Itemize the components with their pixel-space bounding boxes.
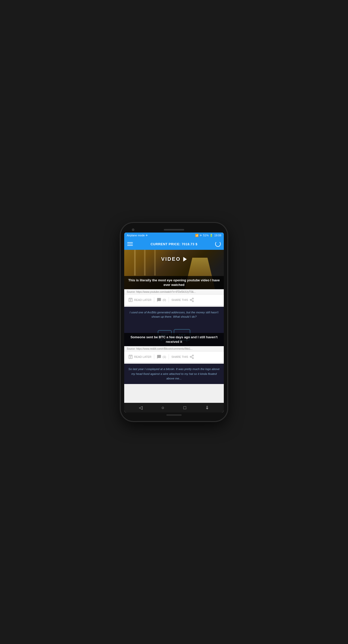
svg-line-5 [191,299,192,300]
card-1-comments-count: (0) [163,298,166,301]
comment-icon-1 [157,298,161,302]
menu-button[interactable] [127,242,133,246]
card-3-image[interactable]: So last year I cosplayed at a bitcoin. I… [124,364,224,384]
divider-2 [169,297,169,302]
wifi-icon: 📶 [195,234,199,237]
save-icon-2 [128,355,133,359]
clock: 19:08 [214,234,221,237]
card-2-comments-button[interactable]: (1) [155,354,167,360]
bottom-nav: ◁ ○ □ ⇓ [124,403,224,412]
download-button[interactable]: ⇓ [205,405,209,410]
airplane-icon: ✈ [200,234,202,237]
card-2: I used one of ArcBits generated addresse… [124,307,224,362]
card-1: VIDEO This is literally the most eye ope… [124,250,224,305]
svg-point-2 [190,299,191,301]
svg-line-10 [191,357,192,358]
airplane-mode-label: Airplane mode ✈ [127,234,148,237]
share-icon-1 [189,298,194,302]
svg-point-8 [190,356,191,358]
card-1-image[interactable]: VIDEO This is literally the most eye ope… [124,250,224,289]
speaker [164,229,184,231]
card-1-comments-button[interactable]: (0) [155,297,167,303]
svg-point-9 [192,358,194,359]
card-2-share-button[interactable]: SHARE THIS [170,354,196,360]
svg-point-3 [192,301,194,302]
phone-frame: Airplane mode ✈ 📶 ✈ 51% 🔋 19:08 CURRENT … [121,223,227,421]
card-2-image[interactable]: I used one of ArcBits generated addresse… [124,307,224,346]
status-bar: Airplane mode ✈ 📶 ✈ 51% 🔋 19:08 [124,233,224,238]
card-2-read-later-button[interactable]: READ LATER [127,354,153,360]
current-price-title: CURRENT PRICE: 7018.73 $ [151,242,198,246]
hamburger-line-1 [127,242,133,243]
save-icon [128,298,133,302]
refresh-button[interactable] [215,241,221,247]
card-1-share-button[interactable]: SHARE THIS [170,297,196,303]
content-area[interactable]: VIDEO This is literally the most eye ope… [124,250,224,403]
home-bar [166,415,182,416]
card-3-body-text: So last year I cosplayed at a bitcoin. I… [128,367,220,381]
card-1-read-later-label: READ LATER [134,298,151,301]
video-label: VIDEO [161,256,187,262]
comment-icon-2 [157,355,161,359]
status-right: 📶 ✈ 51% 🔋 19:08 [195,234,221,237]
card-1-read-later-button[interactable]: READ LATER [127,297,153,303]
phone-bottom-bar [124,412,224,417]
svg-line-11 [191,356,192,357]
hamburger-line-2 [127,244,133,244]
card-1-action-bar: READ LATER (0) SHARE THIS [124,294,224,305]
app-bar: CURRENT PRICE: 7018.73 $ [124,238,224,250]
svg-point-7 [192,355,194,356]
card-2-read-later-label: READ LATER [134,355,151,358]
phone-top-bar [124,227,224,233]
back-button[interactable]: ◁ [139,405,143,410]
divider-3 [154,354,154,359]
card-3: So last year I cosplayed at a bitcoin. I… [124,364,224,384]
phone-screen: Airplane mode ✈ 📶 ✈ 51% 🔋 19:08 CURRENT … [124,233,224,412]
third-background: So last year I cosplayed at a bitcoin. I… [124,364,224,384]
svg-point-1 [192,298,194,299]
card-2-source: Source: https://www.reddit.com/r/Bitcoin… [124,346,224,351]
card-2-share-label: SHARE THIS [171,355,188,358]
divider-1 [154,297,154,302]
card-2-comments-count: (1) [163,355,166,358]
hamburger-line-3 [127,245,133,246]
play-button-icon [183,257,187,262]
camera-icon [132,228,134,231]
card-2-action-bar: READ LATER (1) SHARE THIS [124,351,224,362]
card-1-share-label: SHARE THIS [171,298,188,301]
share-icon-2 [189,355,194,359]
battery-icon: 🔋 [210,234,213,237]
home-button[interactable]: ○ [162,405,164,410]
card-1-title: This is literally the most eye opening y… [124,276,224,289]
recents-button[interactable]: □ [183,405,186,410]
battery-level: 51% [203,234,209,237]
card-1-source: Source: https://www.youtube.com/watch?v=… [124,289,224,294]
svg-line-4 [191,300,192,301]
card-2-body-text: I used one of ArcBits generated addresse… [128,310,220,319]
card-2-title: Someone sent be BTC a few days ago and I… [124,333,224,346]
divider-4 [169,354,169,359]
